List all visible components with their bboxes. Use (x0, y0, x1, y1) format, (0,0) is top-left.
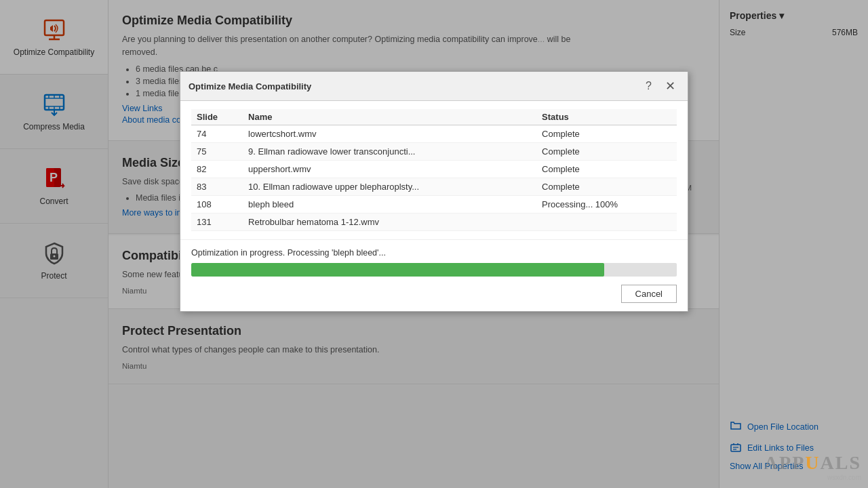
row-name: uppershort.wmv (243, 161, 536, 178)
row-status (536, 214, 677, 231)
row-status: Complete (536, 143, 677, 161)
col-name: Name (243, 109, 536, 125)
row-name: 10. Ellman radiowave upper blepharoplsty… (243, 178, 536, 196)
row-slide: 74 (191, 125, 243, 143)
row-slide: 131 (191, 214, 243, 231)
modal-controls: ? ✕ (642, 77, 679, 95)
row-name: bleph bleed (243, 196, 536, 214)
media-table: Slide Name Status 74 lowertcshort.wmv Co… (191, 109, 677, 231)
row-slide: 83 (191, 178, 243, 196)
row-status: Processing... 100% (536, 196, 677, 214)
modal-help-button[interactable]: ? (642, 79, 656, 94)
modal-titlebar: Optimize Media Compatibility ? ✕ (180, 72, 688, 101)
row-status: Complete (536, 125, 677, 143)
table-row: 82 uppershort.wmv Complete (191, 161, 677, 178)
table-row: 83 10. Ellman radiowave upper blepharopl… (191, 178, 677, 196)
cancel-button[interactable]: Cancel (621, 285, 677, 303)
table-row: 108 bleph bleed Processing... 100% (191, 196, 677, 214)
row-name: Retrobulbar hematoma 1-12.wmv (243, 214, 536, 231)
row-slide: 82 (191, 161, 243, 178)
row-slide: 108 (191, 196, 243, 214)
row-status: Complete (536, 178, 677, 196)
col-status: Status (536, 109, 677, 125)
row-name: 9. Ellman radiowave lower transconjuncti… (243, 143, 536, 161)
media-table-body: 74 lowertcshort.wmv Complete 75 9. Ellma… (191, 125, 677, 231)
progress-bar-container (191, 263, 677, 277)
row-slide: 75 (191, 143, 243, 161)
table-row: 131 Retrobulbar hematoma 1-12.wmv (191, 214, 677, 231)
modal-body: Slide Name Status 74 lowertcshort.wmv Co… (180, 101, 688, 239)
modal-btn-row: Cancel (191, 285, 677, 303)
row-status: Complete (536, 161, 677, 178)
progress-label: Optimization in progress. Processing 'bl… (191, 248, 677, 258)
modal-footer: Optimization in progress. Processing 'bl… (180, 239, 688, 311)
modal-close-button[interactable]: ✕ (661, 77, 679, 95)
table-row: 75 9. Ellman radiowave lower transconjun… (191, 143, 677, 161)
optimize-modal: Optimize Media Compatibility ? ✕ Slide N… (180, 71, 688, 312)
progress-bar-fill (191, 263, 604, 277)
modal-title: Optimize Media Compatibility (189, 81, 311, 92)
table-row: 74 lowertcshort.wmv Complete (191, 125, 677, 143)
row-name: lowertcshort.wmv (243, 125, 536, 143)
modal-overlay: Optimize Media Compatibility ? ✕ Slide N… (0, 0, 868, 488)
col-slide: Slide (191, 109, 243, 125)
